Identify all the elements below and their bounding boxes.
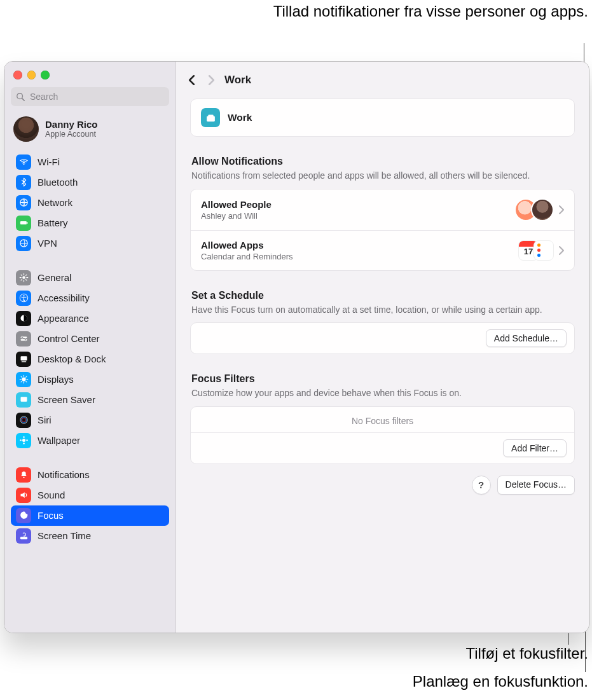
desktop-dock-icon bbox=[16, 352, 31, 367]
sidebar-item-label: Screen Time bbox=[38, 530, 91, 541]
svg-rect-15 bbox=[20, 356, 27, 360]
battery-icon bbox=[16, 216, 31, 231]
svg-point-23 bbox=[23, 436, 25, 438]
svg-line-1 bbox=[22, 98, 25, 100]
sidebar-item-label: Appearance bbox=[38, 313, 89, 324]
svg-point-19 bbox=[20, 416, 27, 423]
callout-top-text: Tillad notifikationer fra visse personer… bbox=[270, 1, 588, 22]
allowed-apps-sub: Calendar and Reminders bbox=[201, 252, 293, 261]
vpn-icon bbox=[16, 236, 31, 251]
svg-point-25 bbox=[20, 439, 22, 441]
displays-icon bbox=[16, 372, 31, 387]
allowed-people-row[interactable]: Allowed People Ashley and Will bbox=[191, 189, 574, 230]
sidebar-item-screen-time[interactable]: Screen Time bbox=[11, 526, 169, 546]
search-input[interactable] bbox=[29, 91, 164, 102]
sidebar-item-label: Wallpaper bbox=[38, 435, 80, 446]
sidebar-spacer-1 bbox=[11, 255, 169, 266]
network-icon bbox=[16, 195, 31, 210]
schedule-sub: Have this Focus turn on automatically at… bbox=[191, 304, 574, 317]
callout-bottom-schedule: Planlæg en fokusfunktion. bbox=[270, 671, 588, 692]
svg-point-2 bbox=[23, 163, 24, 165]
close-window-button[interactable] bbox=[13, 71, 22, 79]
account-subtitle: Apple Account bbox=[45, 130, 98, 139]
filters-sub: Customize how your apps and device behav… bbox=[191, 387, 574, 400]
sidebar-group-2: GeneralAccessibilityAppearanceControl Ce… bbox=[11, 266, 169, 452]
sidebar-item-label: Sound bbox=[38, 490, 65, 500]
svg-point-27 bbox=[23, 477, 24, 478]
screen-time-icon bbox=[16, 528, 31, 544]
sidebar-item-label: Notifications bbox=[38, 469, 90, 480]
sidebar-item-wallpaper[interactable]: Wallpaper bbox=[11, 430, 169, 451]
sidebar-item-wi-fi[interactable]: Wi-Fi bbox=[11, 152, 169, 172]
sidebar-item-general[interactable]: General bbox=[11, 268, 169, 288]
reminders-app-icon bbox=[533, 240, 554, 261]
sound-icon bbox=[16, 488, 31, 503]
focus-icon bbox=[16, 508, 31, 523]
help-button[interactable]: ? bbox=[472, 476, 491, 495]
svg-rect-5 bbox=[27, 222, 27, 224]
appearance-icon bbox=[16, 311, 31, 326]
account-avatar bbox=[13, 116, 39, 142]
sidebar-item-label: Wi-Fi bbox=[38, 156, 60, 167]
allowed-apps-title: Allowed Apps bbox=[201, 240, 293, 250]
focus-name-label: Work bbox=[228, 112, 252, 123]
sidebar-item-accessibility[interactable]: Accessibility bbox=[11, 288, 169, 308]
allow-notifications-sub: Notifications from selected people and a… bbox=[191, 170, 574, 182]
sidebar-item-label: Focus bbox=[38, 510, 64, 521]
allowed-apps-row[interactable]: Allowed Apps Calendar and Reminders bbox=[191, 230, 574, 270]
allowed-people-sub: Ashley and Will bbox=[201, 211, 272, 221]
sidebar-item-label: Accessibility bbox=[38, 292, 90, 303]
svg-rect-18 bbox=[20, 397, 27, 402]
wallpaper-icon bbox=[16, 433, 31, 448]
sidebar-group-3: NotificationsSoundFocusScreen Time bbox=[11, 463, 169, 547]
sidebar-item-appearance[interactable]: Appearance bbox=[11, 308, 169, 329]
minimize-window-button[interactable] bbox=[27, 71, 36, 79]
sidebar-spacer-2 bbox=[11, 452, 169, 463]
sidebar-item-focus[interactable]: Focus bbox=[11, 505, 169, 526]
delete-focus-button[interactable]: Delete Focus… bbox=[497, 476, 575, 495]
focus-name-row[interactable]: Work bbox=[190, 99, 575, 137]
forward-button[interactable] bbox=[207, 74, 216, 86]
sidebar-item-desktop-dock[interactable]: Desktop & Dock bbox=[11, 349, 169, 369]
callout-bottom-schedule-text: Planlæg en fokusfunktion. bbox=[270, 671, 588, 692]
people-avatars bbox=[514, 198, 554, 221]
svg-point-17 bbox=[22, 377, 25, 381]
sidebar-item-bluetooth[interactable]: Bluetooth bbox=[11, 172, 169, 193]
sidebar-item-network[interactable]: Network bbox=[11, 193, 169, 213]
sidebar-item-label: VPN bbox=[38, 238, 57, 249]
schedule-title: Set a Schedule bbox=[191, 290, 574, 301]
sidebar-item-label: Screen Saver bbox=[38, 394, 95, 405]
allowed-people-title: Allowed People bbox=[201, 199, 272, 210]
sidebar: Danny Rico Apple Account Wi-FiBluetoothN… bbox=[4, 62, 176, 633]
siri-icon bbox=[16, 413, 31, 428]
back-button[interactable] bbox=[188, 74, 196, 86]
sidebar-item-vpn[interactable]: VPN bbox=[11, 233, 169, 254]
add-filter-button[interactable]: Add Filter… bbox=[503, 439, 567, 457]
filters-panel: No Focus filters Add Filter… bbox=[190, 406, 575, 464]
sidebar-item-label: General bbox=[38, 272, 71, 283]
svg-rect-30 bbox=[207, 116, 215, 121]
schedule-panel: Add Schedule… bbox=[190, 322, 575, 354]
sidebar-item-siri[interactable]: Siri bbox=[11, 410, 169, 430]
sidebar-item-control-center[interactable]: Control Center bbox=[11, 329, 169, 349]
maximize-window-button[interactable] bbox=[41, 71, 50, 79]
sidebar-item-battery[interactable]: Battery bbox=[11, 213, 169, 233]
allow-notifications-title: Allow Notifications bbox=[191, 156, 574, 167]
sidebar-item-notifications[interactable]: Notifications bbox=[11, 465, 169, 485]
window-controls bbox=[11, 68, 169, 85]
add-schedule-button[interactable]: Add Schedule… bbox=[486, 329, 567, 347]
filters-title: Focus Filters bbox=[191, 373, 574, 385]
apple-account-row[interactable]: Danny Rico Apple Account bbox=[11, 114, 169, 151]
sidebar-item-label: Bluetooth bbox=[38, 177, 78, 188]
sidebar-item-label: Displays bbox=[38, 374, 74, 385]
sidebar-item-screen-saver[interactable]: Screen Saver bbox=[11, 390, 169, 410]
notifications-icon bbox=[16, 467, 31, 483]
sidebar-item-label: Siri bbox=[38, 415, 52, 425]
avatar-icon bbox=[531, 198, 554, 221]
sidebar-item-label: Network bbox=[38, 197, 72, 208]
callout-bottom-filter: Tilføj et fokusfilter. bbox=[270, 643, 588, 664]
sidebar-item-sound[interactable]: Sound bbox=[11, 485, 169, 505]
sidebar-item-displays[interactable]: Displays bbox=[11, 369, 169, 390]
account-name: Danny Rico bbox=[45, 119, 98, 130]
search-field[interactable] bbox=[11, 87, 169, 106]
